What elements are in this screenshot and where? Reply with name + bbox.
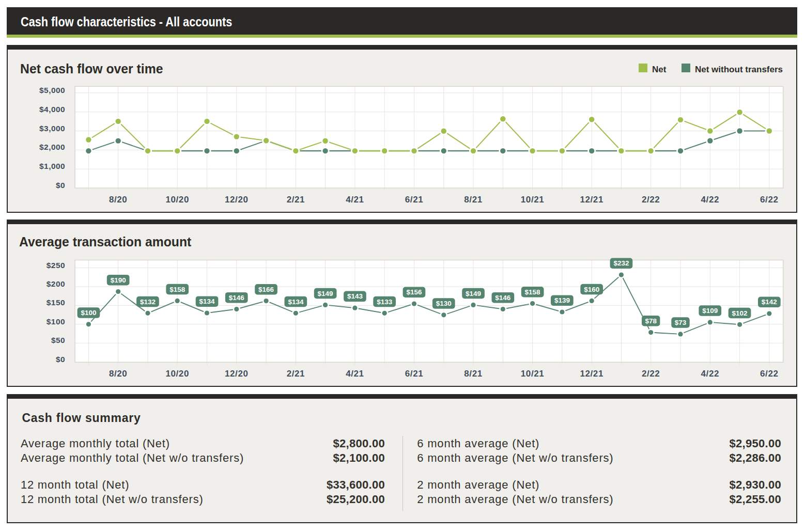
svg-text:2/21: 2/21 xyxy=(286,195,305,205)
svg-text:$149: $149 xyxy=(465,290,481,298)
svg-text:2/21: 2/21 xyxy=(286,369,305,379)
svg-text:12/21: 12/21 xyxy=(580,195,603,205)
svg-text:$133: $133 xyxy=(377,298,393,306)
svg-text:12/20: 12/20 xyxy=(225,369,249,379)
svg-text:12/21: 12/21 xyxy=(580,369,603,379)
svg-text:$78: $78 xyxy=(645,317,657,325)
svg-text:$250: $250 xyxy=(46,261,65,270)
svg-text:$109: $109 xyxy=(702,307,718,315)
svg-text:$142: $142 xyxy=(761,298,777,306)
svg-text:2/22: 2/22 xyxy=(641,369,660,379)
svg-text:$150: $150 xyxy=(46,299,65,307)
svg-text:4/21: 4/21 xyxy=(346,195,364,205)
svg-text:$3,000: $3,000 xyxy=(39,123,65,132)
svg-text:6/22: 6/22 xyxy=(760,195,779,205)
svg-text:$158: $158 xyxy=(169,286,185,293)
svg-text:$143: $143 xyxy=(347,293,363,301)
svg-text:10/20: 10/20 xyxy=(165,369,189,379)
svg-text:8/21: 8/21 xyxy=(464,369,483,379)
svg-text:10/20: 10/20 xyxy=(165,195,189,205)
svg-text:$2,000: $2,000 xyxy=(39,143,65,151)
svg-text:$130: $130 xyxy=(436,300,451,307)
svg-text:$139: $139 xyxy=(554,296,569,304)
svg-text:10/21: 10/21 xyxy=(520,369,544,379)
svg-text:$146: $146 xyxy=(228,294,244,302)
svg-text:$158: $158 xyxy=(524,288,540,296)
svg-text:$146: $146 xyxy=(495,294,511,302)
svg-text:10/21: 10/21 xyxy=(520,195,544,205)
svg-text:$5,000: $5,000 xyxy=(39,85,65,94)
svg-text:8/20: 8/20 xyxy=(109,369,127,379)
svg-text:$0: $0 xyxy=(55,181,65,190)
svg-text:$156: $156 xyxy=(406,288,422,296)
svg-text:$4,000: $4,000 xyxy=(39,104,65,113)
svg-text:8/21: 8/21 xyxy=(464,195,483,205)
svg-text:4/22: 4/22 xyxy=(701,369,719,379)
svg-text:$102: $102 xyxy=(732,309,747,317)
svg-text:12/20: 12/20 xyxy=(225,195,249,205)
svg-text:6/22: 6/22 xyxy=(760,369,779,379)
svg-text:$0: $0 xyxy=(55,355,65,364)
svg-text:$200: $200 xyxy=(46,279,65,288)
svg-text:2/22: 2/22 xyxy=(641,195,660,205)
svg-text:$100: $100 xyxy=(81,309,96,317)
svg-text:$166: $166 xyxy=(258,286,274,293)
svg-text:$134: $134 xyxy=(288,298,304,306)
svg-text:6/21: 6/21 xyxy=(405,195,423,205)
svg-text:$160: $160 xyxy=(584,286,599,293)
svg-text:$73: $73 xyxy=(674,319,686,326)
svg-text:$132: $132 xyxy=(140,298,155,306)
svg-text:6/21: 6/21 xyxy=(405,369,423,379)
svg-text:$50: $50 xyxy=(51,336,65,345)
svg-text:$232: $232 xyxy=(613,259,629,267)
svg-text:$1,000: $1,000 xyxy=(39,162,65,170)
svg-text:4/21: 4/21 xyxy=(346,369,364,379)
svg-text:$190: $190 xyxy=(110,276,126,284)
svg-text:$149: $149 xyxy=(317,290,333,298)
svg-text:4/22: 4/22 xyxy=(701,195,719,205)
svg-text:$134: $134 xyxy=(199,298,215,305)
svg-text:8/20: 8/20 xyxy=(109,195,127,205)
svg-text:$100: $100 xyxy=(46,317,65,326)
